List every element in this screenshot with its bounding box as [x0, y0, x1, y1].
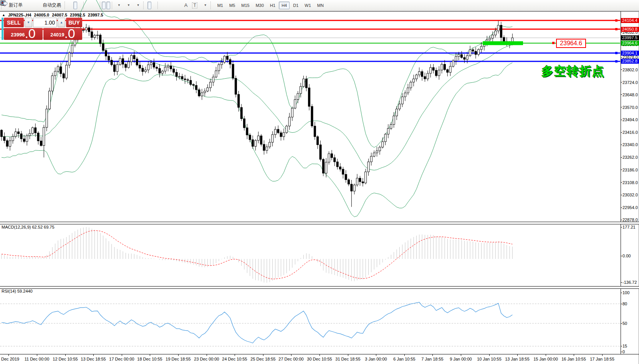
- rsi-tick-mark: [621, 352, 622, 352]
- hline-marker[interactable]: [615, 19, 617, 21]
- time-tick-mark: [150, 354, 150, 356]
- bear-candle: [311, 106, 313, 126]
- hline-marker[interactable]: [615, 60, 617, 63]
- price-level-label: 23964.6: [621, 41, 639, 46]
- chart-text-annotation[interactable]: 多空转折点: [541, 63, 605, 79]
- panel-collapse-strip[interactable]: [2, 18, 3, 40]
- bear-candle: [461, 54, 463, 58]
- bear-candle: [280, 133, 282, 137]
- time-tick-mark: [404, 354, 405, 356]
- price-level-label: 23997.5: [621, 35, 639, 40]
- price-tick-mark: [621, 157, 622, 158]
- sell-button[interactable]: SELL: [4, 18, 24, 27]
- bear-candle: [3, 137, 5, 140]
- bear-candle: [173, 69, 175, 72]
- bull-candle: [215, 71, 217, 77]
- bear-candle: [111, 60, 113, 65]
- time-tick-label: 13 Jan 18:55: [505, 357, 530, 361]
- macd-indicator[interactable]: [2, 227, 512, 283]
- rsi-indicator[interactable]: [0, 302, 620, 346]
- bull-candle: [416, 75, 417, 79]
- bull-candle: [119, 59, 121, 64]
- price-tick-label: 23648.0: [622, 92, 638, 97]
- price-level-label: 23904.1: [621, 51, 639, 56]
- price-tick-mark: [621, 220, 622, 220]
- bear-candle: [232, 64, 234, 79]
- bear-candle: [322, 159, 324, 173]
- collapse-triangle-icon[interactable]: ▲: [2, 13, 5, 17]
- bear-candle: [424, 76, 426, 79]
- macd-tick-mark: [621, 282, 622, 283]
- macd-label: MACD(12,26,9) 62.52 69.75: [2, 225, 55, 229]
- mt4-window: 新订单 自动交易: [0, 0, 639, 364]
- price-tick-mark: [621, 182, 622, 183]
- bull-candle: [368, 162, 369, 172]
- time-tick-mark: [376, 354, 376, 356]
- hline-marker[interactable]: [615, 28, 617, 30]
- price-callout-box[interactable]: 23964.6: [556, 39, 586, 48]
- bull-candle: [223, 56, 225, 62]
- buy-price-pips: .0: [64, 28, 75, 39]
- macd-scale-label: 0.00: [622, 254, 631, 258]
- bear-candle: [99, 35, 101, 44]
- time-tick-label: 3 Jan 00:00: [365, 357, 387, 361]
- bull-candle: [43, 127, 45, 145]
- hline-marker[interactable]: [615, 52, 617, 54]
- time-tick-mark: [263, 354, 263, 356]
- bull-candle: [384, 134, 386, 142]
- bollinger-middle-band: [2, 45, 512, 170]
- bull-candle: [365, 172, 367, 183]
- green-highlight-bar[interactable]: [483, 41, 523, 45]
- bear-candle: [444, 64, 445, 70]
- bull-candle: [441, 64, 443, 70]
- bear-candle: [187, 80, 189, 81]
- rsi-tick-mark: [621, 304, 622, 304]
- bull-candle: [269, 142, 271, 147]
- bull-candle: [164, 67, 166, 71]
- bear-candle: [314, 126, 316, 137]
- bear-candle: [37, 133, 39, 141]
- time-tick-mark: [291, 354, 291, 356]
- price-level-label: 23852.8: [621, 59, 639, 64]
- bear-candle: [432, 68, 434, 70]
- bull-candle: [288, 117, 290, 126]
- bear-candle: [503, 38, 505, 42]
- time-tick-label: 16 Jan 10:55: [561, 357, 586, 361]
- time-tick-mark: [207, 354, 207, 356]
- callout-anchor-square[interactable]: [552, 42, 555, 44]
- bear-candle: [351, 184, 353, 191]
- bull-candle: [455, 56, 457, 61]
- time-tick-label: 9 Dec 2019: [0, 357, 19, 361]
- volume-input[interactable]: [33, 18, 57, 27]
- buy-price-display[interactable]: 24019 .0: [43, 28, 82, 40]
- macd-value-signal: 69.75: [44, 225, 55, 229]
- sell-price-display[interactable]: 23996 .0: [4, 28, 43, 40]
- time-tick-mark: [602, 354, 603, 356]
- bull-candle: [66, 65, 68, 78]
- price-level-label: 24104.4: [621, 18, 639, 23]
- bull-candle: [430, 68, 432, 73]
- bull-candle: [96, 35, 98, 36]
- time-tick-mark: [546, 354, 546, 356]
- price-level-label: 24050.8: [621, 27, 639, 32]
- bear-candle: [142, 68, 144, 72]
- bull-candle: [212, 77, 214, 82]
- price-tick-mark: [621, 57, 622, 58]
- bull-candle: [167, 66, 169, 67]
- bull-candle: [300, 86, 302, 93]
- bull-candle: [283, 133, 285, 137]
- macd-value-main: 62.52: [32, 225, 43, 229]
- bear-candle: [114, 65, 116, 72]
- price-tick-mark: [621, 120, 622, 120]
- bull-candle: [85, 28, 87, 30]
- bear-candle: [263, 144, 265, 150]
- bear-candle: [320, 145, 321, 159]
- time-tick-label: 19 Dec 18:55: [166, 357, 190, 361]
- price-tick-mark: [621, 94, 622, 95]
- bull-candle: [452, 61, 454, 66]
- time-tick-mark: [574, 354, 574, 356]
- chart-surface[interactable]: [0, 0, 639, 364]
- bull-candle: [356, 178, 358, 185]
- time-tick-label: 24 Dec 10:55: [222, 357, 247, 361]
- bear-candle: [348, 180, 350, 184]
